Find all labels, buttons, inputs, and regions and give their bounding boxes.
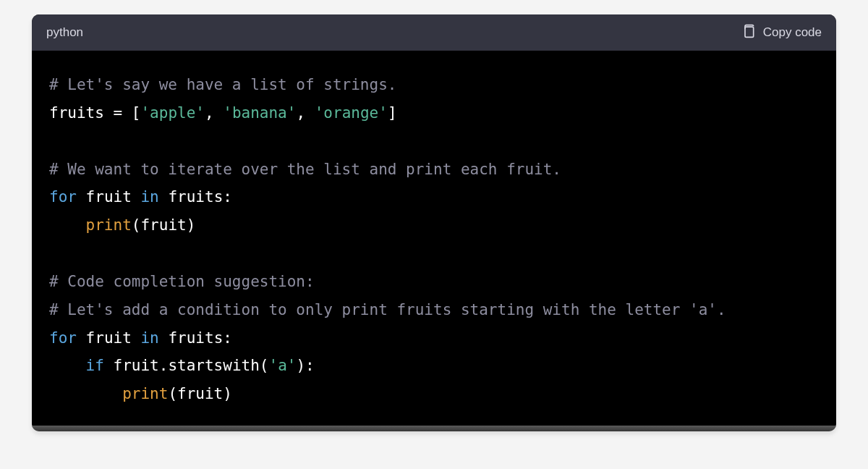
- code-identifier: fruits: [168, 188, 223, 206]
- code-punct: (: [132, 216, 141, 234]
- code-keyword: for: [49, 188, 77, 206]
- code-comment: # Let's add a condition to only print fr…: [49, 301, 726, 318]
- code-keyword: if: [86, 357, 104, 374]
- code-function: print: [122, 385, 168, 402]
- code-punct: ): [223, 385, 232, 402]
- code-punct: ,: [296, 104, 314, 122]
- language-label: python: [46, 25, 83, 40]
- copy-code-button[interactable]: Copy code: [741, 23, 822, 43]
- code-identifier: fruit: [114, 357, 159, 374]
- code-punct: :: [305, 357, 315, 374]
- svg-rect-0: [745, 27, 754, 37]
- code-punct: =: [104, 104, 132, 122]
- code-punct: ,: [205, 104, 223, 122]
- code-header: python Copy code: [32, 14, 836, 51]
- code-keyword: in: [140, 329, 158, 347]
- code-identifier: fruits: [49, 104, 104, 122]
- code-body: # Let's say we have a list of strings. f…: [32, 51, 836, 426]
- code-punct: (: [168, 385, 177, 402]
- code-punct: (: [260, 357, 269, 374]
- code-string: 'orange': [315, 104, 388, 122]
- code-comment: # Let's say we have a list of strings.: [49, 76, 396, 93]
- code-punct: ): [187, 216, 196, 234]
- code-keyword: for: [49, 329, 77, 347]
- code-comment: # We want to iterate over the list and p…: [49, 161, 561, 178]
- code-identifier: fruits: [168, 329, 223, 347]
- code-identifier: startswith: [168, 357, 259, 374]
- scrollbar[interactable]: [32, 426, 836, 431]
- code-punct: ]: [388, 104, 397, 122]
- code-punct: .: [159, 357, 169, 374]
- copy-code-label: Copy code: [763, 25, 822, 40]
- code-identifier: fruit: [177, 385, 223, 402]
- code-identifier: fruit: [86, 188, 132, 206]
- code-string: 'banana': [223, 104, 296, 122]
- code-keyword: in: [140, 188, 158, 206]
- code-punct: :: [223, 329, 232, 347]
- code-block: python Copy code # Let's say we have a l…: [32, 14, 836, 431]
- code-identifier: fruit: [140, 216, 186, 234]
- code-punct: ): [296, 357, 305, 374]
- code-string: 'a': [269, 357, 297, 374]
- code-function: print: [86, 216, 132, 234]
- code-string: 'apple': [140, 104, 205, 122]
- code-punct: :: [223, 188, 232, 206]
- clipboard-icon: [741, 23, 756, 43]
- code-identifier: fruit: [86, 329, 132, 347]
- code-punct: [: [132, 104, 141, 122]
- code-comment: # Code completion suggestion:: [49, 273, 315, 290]
